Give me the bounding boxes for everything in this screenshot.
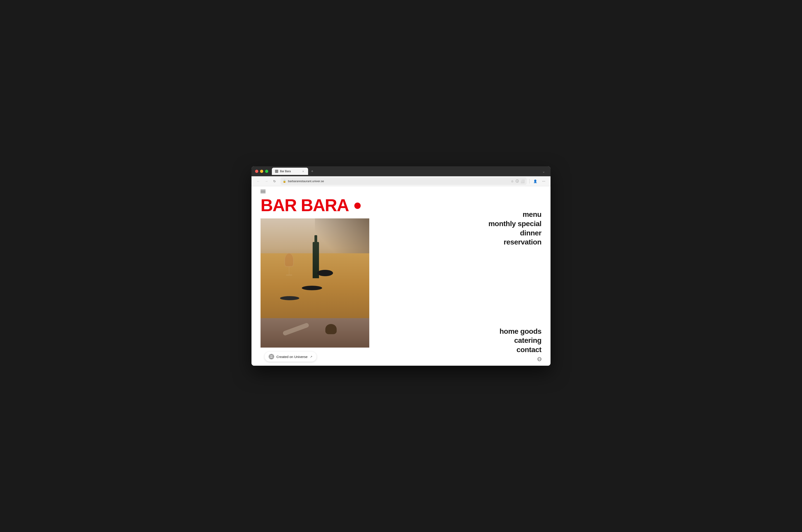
logo-dot <box>354 203 361 209</box>
spoon <box>282 322 309 336</box>
toolbar-right: 👤 ⋯ <box>530 178 547 185</box>
hamburger-line-1 <box>261 190 266 190</box>
new-tab-button[interactable]: + <box>309 168 316 174</box>
nav-link-monthly-special[interactable]: monthly special <box>489 220 541 228</box>
site-right: menu monthly special dinner reservation … <box>369 197 551 366</box>
site-nav <box>251 186 551 197</box>
nav-links-bottom: home goods catering contact <box>499 327 541 366</box>
chevron-button[interactable]: ⌄ <box>540 168 547 174</box>
nav-link-reservation[interactable]: reservation <box>504 238 541 246</box>
plate-1 <box>302 286 322 290</box>
refresh-button[interactable]: ↻ <box>271 178 278 185</box>
toolbar: ← → ↻ 🔒 barbararestaurant.univer.se ☆ ⓘ … <box>251 176 551 186</box>
site-left: BAR BARA <box>251 197 369 366</box>
bottom-image <box>261 318 369 347</box>
share-icon[interactable]: ⬜ <box>521 179 524 183</box>
universe-arrow-icon: ↗ <box>310 355 312 358</box>
hamburger-line-3 <box>261 193 266 193</box>
window-controls-right: ⌄ <box>540 168 547 174</box>
address-bar[interactable]: 🔒 barbararestaurant.univer.se ☆ ⓘ ⬜ <box>281 178 527 185</box>
address-text: barbararestaurant.univer.se <box>288 179 509 183</box>
back-button[interactable]: ← <box>255 178 262 185</box>
table-scene <box>261 218 369 318</box>
browser-window: Bar Bara ✕ + ⌄ ← → ↻ 🔒 barbararestaurant… <box>251 166 551 366</box>
nav-link-contact[interactable]: contact <box>517 345 541 354</box>
website-content: BAR BARA <box>251 186 551 366</box>
svg-point-1 <box>270 355 272 358</box>
tab-bar: Bar Bara ✕ + <box>272 168 538 175</box>
images-stack: Created on Universe ↗ <box>261 218 369 366</box>
site-main: BAR BARA <box>251 197 551 366</box>
nav-link-menu[interactable]: menu <box>523 210 541 218</box>
nav-buttons: ← → ↻ <box>255 178 278 185</box>
universe-badge-right <box>537 357 541 361</box>
hamburger-line-2 <box>261 191 266 192</box>
bottom-scene <box>261 318 369 347</box>
universe-text: Created on Universe <box>276 355 308 359</box>
plate-2 <box>280 296 299 300</box>
nav-link-home-goods[interactable]: home goods <box>499 327 541 336</box>
universe-badge[interactable]: Created on Universe ↗ <box>265 352 317 362</box>
minimize-button[interactable] <box>260 170 263 173</box>
bookmark-star-icon[interactable]: ☆ <box>511 179 514 183</box>
close-button[interactable] <box>255 170 258 173</box>
svg-point-0 <box>270 355 273 358</box>
hamburger-menu[interactable] <box>261 190 266 193</box>
bottom-image-container <box>261 318 369 347</box>
title-bar: Bar Bara ✕ + ⌄ <box>251 166 551 176</box>
main-image <box>261 218 369 318</box>
wine-glass <box>285 253 293 280</box>
more-icon[interactable]: ⋯ <box>540 178 547 185</box>
info-icon[interactable]: ⓘ <box>516 179 519 183</box>
site-logo: BAR BARA <box>261 197 369 214</box>
globe-icon <box>269 354 274 359</box>
globe-icon-right <box>537 357 541 361</box>
tab-title: Bar Bara <box>280 170 300 173</box>
glass-base <box>286 274 292 276</box>
active-tab[interactable]: Bar Bara ✕ <box>272 168 308 175</box>
nav-link-catering[interactable]: catering <box>514 336 541 345</box>
lock-icon: 🔒 <box>283 180 286 183</box>
nav-link-dinner[interactable]: dinner <box>520 229 541 237</box>
dark-bowl <box>317 270 333 276</box>
traffic-lights <box>255 170 268 173</box>
address-icons: ☆ ⓘ ⬜ <box>511 179 524 183</box>
cup <box>325 324 337 334</box>
profile-icon[interactable]: 👤 <box>532 178 538 185</box>
tab-close-button[interactable]: ✕ <box>301 170 305 173</box>
glass-stem <box>289 267 289 274</box>
nav-links-top: menu monthly special dinner reservation <box>489 210 541 246</box>
forward-button[interactable]: → <box>263 178 270 185</box>
maximize-button[interactable] <box>265 170 268 173</box>
glass-bowl <box>285 253 293 267</box>
tab-favicon <box>275 170 278 173</box>
